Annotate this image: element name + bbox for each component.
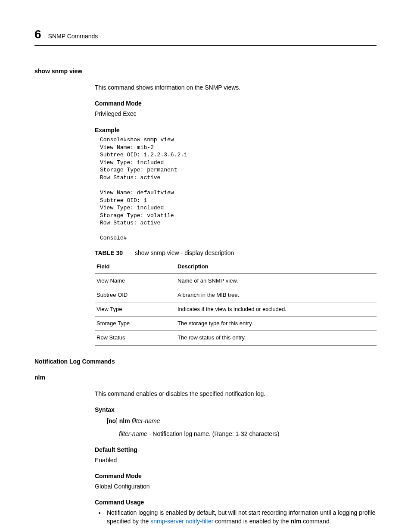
description-table: Field Description View Name Name of an S… [95, 260, 377, 345]
syntax-param-text: - Notification log name. (Range: 1-32 ch… [147, 430, 280, 437]
command-mode-label-2: Command Mode [95, 472, 377, 481]
table-cell-field: Row Status [95, 331, 176, 345]
table-cell-desc: Name of an SNMP view. [176, 274, 377, 288]
table-cell-desc: Indicates if the view is included or exc… [176, 302, 377, 316]
table-cell-field: Subtree OID [95, 288, 176, 302]
chapter-number: 6 [34, 26, 41, 43]
usage-post: command. [301, 518, 331, 525]
syntax-block: [no] nlm filter-name filter-name - Notif… [107, 417, 377, 438]
usage-link[interactable]: snmp-server notify-filter [150, 518, 213, 525]
table-caption-text: show snmp view - display description [135, 249, 234, 256]
syntax-line: [no] nlm filter-name [107, 417, 377, 426]
usage-item: Notification logging is enabled by defau… [105, 509, 377, 526]
syntax-label: Syntax [95, 406, 377, 414]
sub-heading-nlm: nlm [34, 373, 377, 382]
usage-mid: command is enabled by the [213, 518, 290, 525]
table-caption: TABLE 30 show snmp view - display descri… [95, 249, 377, 258]
section-heading-show-snmp-view: show snmp view [34, 67, 377, 76]
intro-text: This command shows information on the SN… [95, 84, 377, 92]
table-header-description: Description [176, 260, 377, 274]
table-label: TABLE 30 [95, 249, 123, 256]
command-mode-label: Command Mode [95, 100, 377, 108]
table-row: View Name Name of an SNMP view. [95, 274, 377, 288]
table-cell-field: Storage Type [95, 317, 176, 331]
command-mode-value: Privileged Exec [95, 110, 377, 118]
section-content: This command shows information on the SN… [95, 84, 377, 345]
syntax-param-name: filter-name [119, 430, 147, 437]
table-row: Storage Type The storage type for this e… [95, 317, 377, 331]
section-content-nlm: This command enables or disables the spe… [95, 390, 377, 526]
command-mode-value-2: Global Configuration [95, 482, 377, 491]
syntax-no: no [109, 417, 116, 424]
table-cell-desc: The storage type for this entry. [176, 317, 377, 331]
default-label: Default Setting [95, 446, 377, 454]
table-row: Subtree OID A branch in the MIB tree. [95, 288, 377, 302]
table-cell-field: View Type [95, 302, 176, 316]
usage-bold: nlm [290, 518, 301, 525]
table-row: Row Status The row status of this entry. [95, 331, 377, 345]
table-row: View Type Indicates if the view is inclu… [95, 302, 377, 316]
table-cell-field: View Name [95, 274, 176, 288]
syntax-param: filter-name [132, 417, 160, 424]
page-header: 6 SNMP Commands [34, 26, 377, 46]
command-usage-label: Command Usage [95, 498, 377, 507]
example-label: Example [95, 126, 377, 135]
chapter-title: SNMP Commands [48, 32, 98, 41]
default-value: Enabled [95, 456, 377, 465]
intro-text-nlm: This command enables or disables the spe… [95, 390, 377, 398]
section-heading-notification-log: Notification Log Commands [34, 358, 377, 366]
usage-list: Notification logging is enabled by defau… [95, 509, 377, 526]
syntax-cmd: nlm [119, 417, 130, 424]
syntax-param-desc: filter-name - Notification log name. (Ra… [119, 430, 377, 439]
example-code: Console#show snmp view View Name: mib-2 … [100, 136, 377, 242]
table-cell-desc: A branch in the MIB tree. [176, 288, 377, 302]
table-cell-desc: The row status of this entry. [176, 331, 377, 345]
table-header-field: Field [95, 260, 176, 274]
